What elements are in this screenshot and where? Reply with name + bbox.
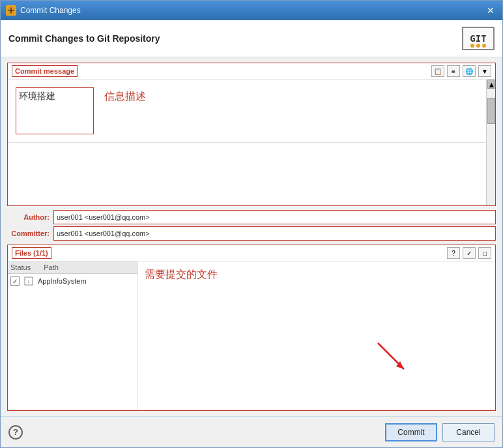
committer-label: Committer:	[7, 230, 50, 237]
dialog-icon	[6, 5, 16, 16]
git-dot-2	[476, 44, 480, 48]
title-bar-text: Commit Changes	[20, 6, 480, 15]
files-check-btn[interactable]: ✓	[463, 247, 476, 259]
col-status: Status	[10, 263, 31, 271]
cancel-button[interactable]: Cancel	[442, 423, 495, 441]
git-dot-1	[470, 44, 474, 48]
files-hint: 需要提交的文件	[138, 261, 224, 288]
dialog-title: Commit Changes to Git Repository	[8, 33, 160, 44]
files-table: Status Path ✓ ↕ AppInfoSystem	[8, 261, 138, 410]
files-body: Status Path ✓ ↕ AppInfoSystem	[8, 261, 495, 410]
commit-message-textarea[interactable]	[8, 142, 486, 205]
commit-message-toolbar: 📋 ≡ 🌐 ▼	[431, 65, 491, 77]
files-table-header: Status Path	[8, 261, 137, 274]
toolbar-btn-clipboard[interactable]: 📋	[431, 65, 444, 77]
committer-row: Committer:	[7, 226, 496, 241]
commit-dialog: Commit Changes ✕ Commit Changes to Git R…	[0, 0, 503, 448]
author-row: Author:	[7, 210, 496, 224]
close-button[interactable]: ✕	[484, 4, 497, 17]
author-label: Author:	[7, 213, 50, 221]
files-section-header: Files (1/1) ? ✓ □	[8, 245, 495, 261]
git-dot-3	[482, 44, 486, 48]
help-button[interactable]: ?	[8, 425, 23, 440]
files-section-label: Files (1/1)	[12, 247, 51, 259]
files-section: Files (1/1) ? ✓ □ Status Path ✓	[7, 245, 496, 411]
scrollbar-thumb	[487, 98, 495, 124]
commit-message-label: Commit message	[12, 65, 78, 77]
footer-right: Commit Cancel	[385, 423, 495, 441]
commit-message-scrollbar[interactable]: ▲	[486, 80, 495, 205]
file-checkbox[interactable]: ✓	[10, 276, 20, 286]
commit-message-body: 环境搭建 信息描述 ▲	[8, 80, 495, 205]
title-bar: Commit Changes ✕	[1, 1, 502, 20]
commit-message-section: Commit message 📋 ≡ 🌐 ▼ 环境搭建 信息描述	[7, 63, 496, 206]
commit-message-text-box: 环境搭建	[16, 87, 94, 134]
toolbar-btn-dropdown[interactable]: ▼	[478, 65, 491, 77]
dialog-body: Commit message 📋 ≡ 🌐 ▼ 环境搭建 信息描述	[1, 57, 502, 416]
files-help-btn[interactable]: ?	[447, 247, 460, 259]
dialog-footer: ? Commit Cancel	[1, 416, 502, 447]
file-status-icon: ↕	[23, 276, 34, 286]
col-path: Path	[44, 263, 59, 271]
footer-left: ?	[8, 425, 23, 440]
author-committer-section: Author: Committer:	[7, 210, 496, 241]
file-name: AppInfoSystem	[38, 277, 87, 285]
commit-message-hint: 信息描述	[98, 83, 152, 110]
arrow-indicator	[371, 336, 417, 384]
files-square-btn[interactable]: □	[478, 247, 491, 259]
commit-message-header: Commit message 📋 ≡ 🌐 ▼	[8, 63, 495, 80]
toolbar-btn-lang[interactable]: 🌐	[463, 65, 476, 77]
files-toolbar: ? ✓ □	[447, 247, 491, 259]
dialog-header: Commit Changes to Git Repository GIT	[1, 20, 502, 57]
commit-message-content: 环境搭建	[19, 91, 55, 101]
git-logo: GIT	[462, 27, 495, 50]
table-row: ✓ ↕ AppInfoSystem	[8, 274, 137, 288]
commit-button[interactable]: Commit	[385, 423, 437, 441]
svg-text:↕: ↕	[27, 278, 31, 284]
git-logo-text: GIT	[470, 33, 486, 44]
toolbar-btn-list[interactable]: ≡	[447, 65, 460, 77]
author-input[interactable]	[53, 210, 496, 224]
committer-input[interactable]	[53, 226, 496, 241]
